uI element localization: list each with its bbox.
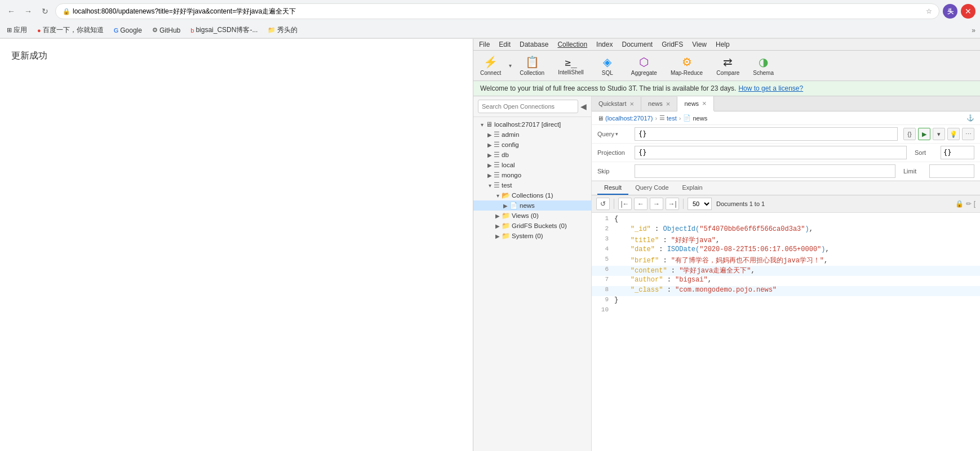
star-icon[interactable]: ☆ (926, 7, 932, 15)
limit-input[interactable] (929, 164, 974, 178)
trial-link[interactable]: How to get a license? (738, 84, 803, 92)
page-size-select[interactable]: 50 (688, 198, 712, 210)
user-avatar[interactable]: 头 (943, 4, 957, 19)
bookmark-google[interactable]: G Google (112, 25, 144, 35)
limit-label: Limit (903, 168, 926, 175)
menu-document[interactable]: Document (622, 41, 653, 48)
skip-input[interactable] (635, 164, 895, 178)
tree-news[interactable]: ▶ 📄 news (473, 200, 591, 211)
result-tab-explain[interactable]: Explain (676, 181, 709, 195)
back-button[interactable]: ← (5, 5, 18, 18)
search-input[interactable] (478, 100, 578, 113)
skip-row: Skip Limit (592, 162, 980, 181)
browser-page: 更新成功 (0, 39, 473, 451)
query-run-dropdown[interactable]: ▾ (933, 128, 945, 140)
code-area: 1 { 2 "_id" : ObjectId("5f4070bb6e6f6f56… (592, 213, 980, 451)
breadcrumb-server[interactable]: (localhost:27017) (605, 115, 653, 122)
projection-row: Projection Sort (592, 144, 980, 162)
collections-label: Collections (1) (512, 192, 553, 199)
menu-index[interactable]: Index (596, 41, 613, 48)
code-line-4: 4 "date" : ISODate("2020-08-22T15:06:17.… (592, 245, 980, 256)
breadcrumb-db[interactable]: test (667, 115, 677, 122)
refresh-results-button[interactable]: ↺ (596, 198, 610, 210)
menu-view[interactable]: View (692, 41, 707, 48)
menu-database[interactable]: Database (520, 41, 548, 48)
compare-button[interactable]: ⇄ Compare (709, 53, 746, 78)
url-input[interactable] (73, 7, 924, 15)
prev-page-button[interactable]: ← (634, 198, 648, 210)
query-explain-icon[interactable]: 💡 (947, 128, 960, 140)
result-tab-result[interactable]: Result (597, 181, 628, 195)
admin-arrow: ▶ (486, 132, 494, 138)
breadcrumb-server-icon: 🖥 (597, 115, 604, 122)
sort-input[interactable] (941, 146, 974, 159)
more-results-icon[interactable]: [ (974, 200, 975, 208)
connect-arrow[interactable]: ▾ (508, 62, 513, 69)
tab-news-1[interactable]: news × (641, 97, 677, 111)
tree-system[interactable]: ▶ 📁 System (0) (473, 231, 591, 241)
menu-help[interactable]: Help (716, 41, 730, 48)
intellishell-button[interactable]: ≥_ IntelliShell (551, 54, 591, 78)
bookmark-apps[interactable]: ⊞ 应用 (5, 24, 29, 36)
tab-news-1-close[interactable]: × (666, 100, 671, 108)
tree-server[interactable]: ▾ 🖥 localhost:27017 [direct] (473, 119, 591, 130)
result-tab-querycode[interactable]: Query Code (628, 181, 675, 195)
first-page-button[interactable]: |← (618, 198, 632, 210)
tree-config[interactable]: ▶ ☰ config (473, 140, 591, 150)
menu-edit[interactable]: Edit (499, 41, 511, 48)
query-more-icon[interactable]: ⋯ (962, 128, 974, 140)
tree-gridfs[interactable]: ▶ 📁 GridFS Buckets (0) (473, 221, 591, 231)
last-page-button[interactable]: →| (666, 198, 679, 210)
sql-button[interactable]: ◈ SQL (591, 53, 624, 78)
menu-file[interactable]: File (479, 41, 490, 48)
tab-quickstart-close[interactable]: × (630, 100, 635, 108)
tree-local[interactable]: ▶ ☰ local (473, 160, 591, 170)
system-arrow: ▶ (494, 233, 502, 239)
anchor-icon[interactable]: ⚓ (966, 114, 974, 122)
apps-icon: ⊞ (7, 26, 12, 34)
refresh-button[interactable]: ↻ (38, 5, 52, 18)
query-format-icon[interactable]: {} (903, 128, 916, 140)
query-area: 🖥 (localhost:27017) › ☰ test › 📄 news ⚓ … (592, 111, 980, 181)
bookmark-github[interactable]: ⚙ GitHub (150, 25, 183, 35)
edit-icon[interactable]: ✏ (966, 200, 972, 208)
bookmarks-bar: ⊞ 应用 ● 百度一下，你就知道 G Google ⚙ GitHub b big… (0, 23, 980, 38)
connect-button[interactable]: ⚡ Connect (473, 53, 508, 78)
more-bookmarks-button[interactable]: » (972, 26, 975, 34)
collapse-button[interactable]: ◀ (580, 102, 587, 111)
address-bar[interactable]: 🔒 ☆ (55, 3, 939, 19)
schema-icon: ◑ (759, 55, 768, 69)
next-page-button[interactable]: → (650, 198, 663, 210)
collection-label: Collection (520, 70, 544, 76)
line-num-2: 2 (592, 225, 614, 235)
tree-test[interactable]: ▾ ☰ test (473, 180, 591, 190)
tab-quickstart[interactable]: Quickstart × (592, 97, 641, 111)
tab-news-2-close[interactable]: × (702, 99, 707, 108)
bookmark-xiutou[interactable]: 📁 秀头的 (265, 24, 300, 36)
tree-admin[interactable]: ▶ ☰ admin (473, 130, 591, 140)
compare-icon: ⇄ (723, 55, 733, 69)
query-input[interactable] (635, 127, 898, 141)
query-dropdown-arrow[interactable]: ▾ (615, 131, 618, 137)
menu-collection[interactable]: Collection (557, 41, 587, 48)
schema-button[interactable]: ◑ Schema (746, 53, 781, 78)
projection-input[interactable] (635, 146, 907, 159)
bookmark-baidu[interactable]: ● 百度一下，你就知道 (35, 24, 106, 36)
close-button[interactable]: ✕ (961, 4, 975, 19)
mapreduce-button[interactable]: ⚙ Map-Reduce (664, 53, 709, 78)
admin-label: admin (502, 131, 519, 138)
forward-button[interactable]: → (21, 5, 35, 18)
lock-icon[interactable]: 🔒 (955, 200, 964, 208)
connections-panel: ◀ ▾ 🖥 localhost:27017 [direct] ▶ ☰ admin (473, 96, 592, 451)
line-num-9: 9 (592, 296, 614, 306)
tree-db[interactable]: ▶ ☰ db (473, 150, 591, 160)
tree-mongo[interactable]: ▶ ☰ mongo (473, 170, 591, 180)
query-run-icon[interactable]: ▶ (918, 128, 930, 140)
aggregate-button[interactable]: ⬡ Aggregate (624, 53, 664, 78)
tab-news-2[interactable]: news × (677, 96, 713, 111)
bookmark-csdn[interactable]: b bigsai_CSDN博客-... (188, 24, 260, 36)
collection-button[interactable]: 📋 Collection (513, 53, 551, 78)
menu-gridfs[interactable]: GridFS (662, 41, 683, 48)
tree-collections[interactable]: ▾ 📂 Collections (1) (473, 190, 591, 200)
tree-views[interactable]: ▶ 📁 Views (0) (473, 211, 591, 221)
